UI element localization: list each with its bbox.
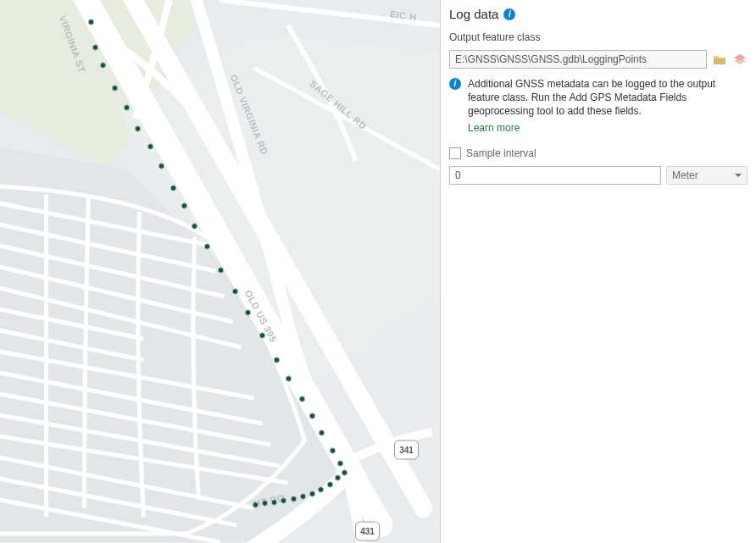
- log-point: [245, 310, 250, 315]
- log-point: [281, 498, 286, 503]
- svg-text:341: 341: [399, 446, 414, 455]
- map-view[interactable]: VIRGINIA ST OLD VIRGINIA RD SAGE HILL RD…: [0, 0, 441, 543]
- log-point: [88, 19, 93, 25]
- layer-icon[interactable]: [732, 52, 748, 67]
- log-point: [327, 482, 332, 487]
- metadata-hint: i Additional GNSS metadata can be logged…: [449, 74, 748, 134]
- svg-marker-6: [734, 58, 746, 64]
- log-point: [181, 203, 186, 208]
- info-icon: i: [449, 78, 461, 90]
- sample-interval-checkbox[interactable]: [449, 147, 461, 159]
- log-point: [147, 144, 153, 149]
- log-point: [192, 224, 197, 229]
- log-point: [274, 357, 279, 363]
- log-point: [100, 63, 105, 68]
- output-feature-class-input[interactable]: [449, 50, 707, 69]
- output-feature-class-label: Output feature class: [449, 31, 748, 43]
- learn-more-link[interactable]: Learn more: [468, 122, 520, 134]
- hwy-shield-431: 431: [356, 522, 380, 540]
- log-point: [232, 289, 237, 294]
- log-point: [342, 470, 347, 475]
- output-feature-class-row: [449, 50, 748, 69]
- log-point: [135, 126, 140, 131]
- app-root: VIRGINIA ST OLD VIRGINIA RD SAGE HILL RD…: [0, 0, 756, 543]
- metadata-hint-text: Additional GNSS metadata can be logged t…: [468, 77, 748, 119]
- sample-interval-row: Sample interval: [449, 147, 748, 159]
- panel-title: Log data: [449, 7, 498, 21]
- log-point: [319, 430, 324, 435]
- log-point: [337, 461, 342, 466]
- log-point: [309, 413, 314, 418]
- sample-interval-unit-value: Meter: [672, 169, 698, 181]
- sample-interval-input-row: Meter: [449, 166, 748, 185]
- log-point: [92, 45, 97, 50]
- log-point: [262, 501, 267, 506]
- log-point: [286, 376, 291, 381]
- log-point: [158, 163, 164, 169]
- svg-text:431: 431: [360, 527, 375, 536]
- log-point: [271, 500, 276, 505]
- log-point: [309, 491, 314, 496]
- sample-interval-input[interactable]: [449, 166, 661, 185]
- browse-folder-icon[interactable]: [712, 52, 727, 67]
- info-icon[interactable]: i: [503, 8, 515, 20]
- log-point: [112, 86, 117, 91]
- log-point: [259, 333, 264, 338]
- map-canvas: VIRGINIA ST OLD VIRGINIA RD SAGE HILL RD…: [0, 0, 440, 543]
- log-point: [330, 448, 335, 453]
- sample-interval-unit-select[interactable]: Meter: [666, 166, 748, 185]
- log-point: [170, 186, 175, 191]
- log-point: [299, 396, 304, 402]
- log-data-panel: Log data i Output feature class i Additi…: [441, 0, 756, 543]
- log-point: [218, 268, 223, 273]
- log-point: [300, 494, 305, 499]
- sample-interval-label: Sample interval: [466, 147, 536, 159]
- panel-title-row: Log data i: [449, 7, 748, 21]
- log-point: [318, 487, 323, 492]
- log-point: [204, 244, 209, 249]
- log-point: [124, 105, 129, 110]
- log-point: [335, 475, 340, 480]
- log-point: [253, 502, 258, 507]
- log-point: [291, 496, 296, 501]
- hwy-shield-341: 341: [395, 440, 419, 459]
